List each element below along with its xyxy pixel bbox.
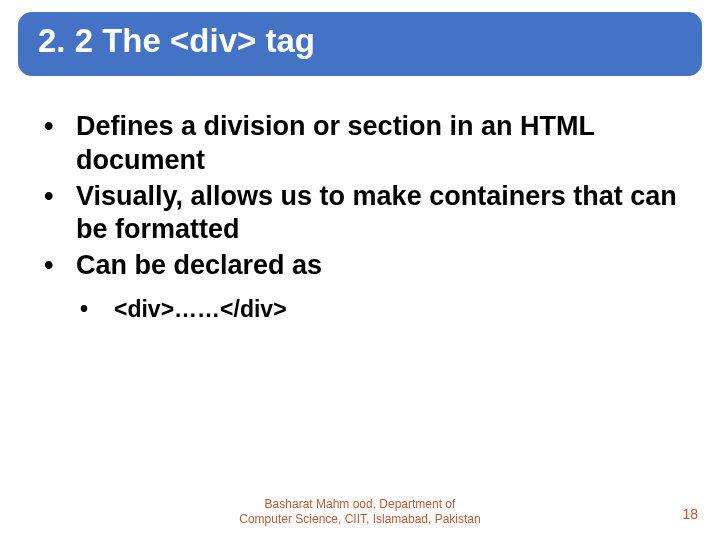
page-number: 18: [682, 506, 698, 522]
bullet-item: Defines a division or section in an HTML…: [38, 110, 682, 178]
bullet-item: Can be declared as: [38, 249, 682, 283]
sub-bullet-item: <div>……</div>: [76, 295, 682, 325]
footer-line: Basharat Mahm ood, Department of: [0, 497, 720, 511]
bullet-text-pre: Visually, allows us to make: [76, 181, 429, 211]
slide-footer: Basharat Mahm ood, Department of Compute…: [0, 497, 720, 526]
slide-title: 2. 2 The <div> tag: [38, 22, 682, 60]
slide-content: Defines a division or section in an HTML…: [0, 110, 720, 325]
slide-title-bar: 2. 2 The <div> tag: [18, 12, 702, 76]
sub-bullet-list: <div>……</div>: [76, 295, 682, 325]
bullet-text-bold: containers: [429, 181, 566, 211]
bullet-text-bold: division or section: [204, 111, 443, 141]
main-bullet-list: Defines a division or section in an HTML…: [38, 110, 682, 283]
footer-line: Computer Science, CIIT, Islamabad, Pakis…: [0, 512, 720, 526]
bullet-text-pre: Defines a: [76, 111, 204, 141]
bullet-text-pre: Can be declared as: [76, 250, 322, 280]
bullet-item: Visually, allows us to make containers t…: [38, 180, 682, 248]
